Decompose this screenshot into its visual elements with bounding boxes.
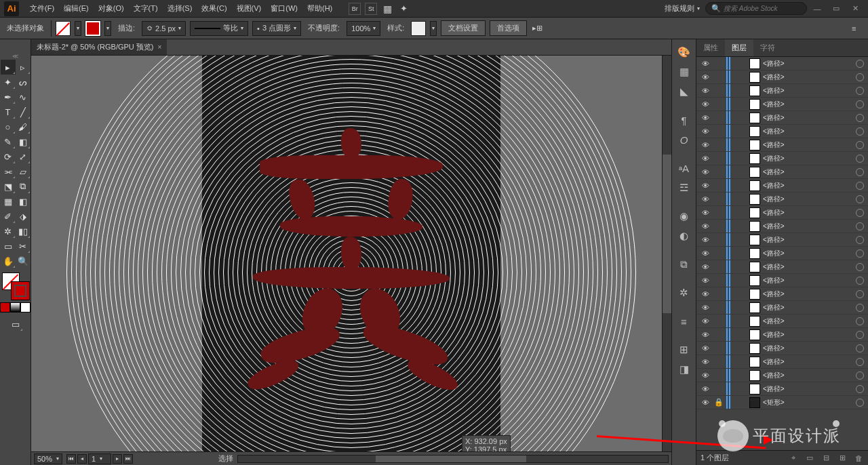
layer-row[interactable]: 👁<路径> bbox=[696, 328, 868, 342]
layer-name[interactable]: <路径> bbox=[763, 276, 853, 285]
layer-row[interactable]: 👁<路径> bbox=[696, 301, 868, 315]
target-icon[interactable] bbox=[856, 290, 864, 298]
align-panel-icon[interactable]: ☲ bbox=[675, 179, 693, 197]
window-max-icon[interactable]: ▭ bbox=[829, 4, 843, 14]
hand-tool[interactable]: ✋ bbox=[1, 254, 16, 268]
visibility-toggle[interactable]: 👁 bbox=[696, 249, 714, 258]
layer-row[interactable]: 👁<路径> bbox=[696, 111, 868, 125]
target-icon[interactable] bbox=[856, 155, 864, 163]
target-icon[interactable] bbox=[856, 317, 864, 325]
visibility-toggle[interactable]: 👁 bbox=[696, 155, 714, 163]
layer-row[interactable]: 👁<路径> bbox=[696, 152, 868, 165]
gpu-icon[interactable]: ✦ bbox=[397, 3, 410, 15]
visibility-toggle[interactable]: 👁 bbox=[696, 331, 714, 339]
pen-tool[interactable]: ✒ bbox=[1, 89, 16, 104]
target-icon[interactable] bbox=[856, 141, 864, 149]
visibility-toggle[interactable]: 👁 bbox=[696, 87, 714, 95]
document-tab[interactable]: 未标题-2* @ 50% (RGB/GPU 预览)× bbox=[31, 39, 167, 55]
layer-row[interactable]: 👁<路径> bbox=[696, 193, 868, 206]
target-icon[interactable] bbox=[856, 100, 864, 108]
ellipse-tool[interactable]: ○ bbox=[1, 119, 16, 134]
layer-name[interactable]: <路径> bbox=[763, 303, 853, 312]
appearance-panel-icon[interactable]: ◉ bbox=[675, 207, 693, 225]
layer-name[interactable]: <路径> bbox=[763, 289, 853, 299]
target-icon[interactable] bbox=[856, 168, 864, 176]
stroke-weight-input[interactable]: ≎2.5 px▾ bbox=[142, 21, 186, 36]
free-transform-tool[interactable]: ▱ bbox=[16, 164, 31, 179]
visibility-toggle[interactable]: 👁 bbox=[696, 182, 714, 190]
workspace-switcher[interactable]: 排版规则▾ bbox=[660, 2, 704, 15]
layer-row[interactable]: 👁<路径> bbox=[696, 287, 868, 301]
gradient-tool[interactable]: ◧ bbox=[16, 194, 31, 209]
visibility-toggle[interactable]: 👁 bbox=[696, 371, 714, 380]
search-box[interactable]: 🔍 bbox=[705, 2, 807, 15]
layer-name[interactable]: <路径> bbox=[763, 317, 853, 326]
swatches-panel-icon[interactable]: ▦ bbox=[675, 63, 693, 81]
layer-row[interactable]: 👁<路径> bbox=[696, 382, 868, 396]
layer-row[interactable]: 👁<路径> bbox=[696, 125, 868, 138]
brush-tool[interactable]: 🖌 bbox=[16, 119, 31, 134]
fill-stroke-indicator[interactable] bbox=[2, 272, 29, 300]
selection-tool[interactable]: ▸ bbox=[1, 60, 16, 75]
menu-select[interactable]: 选择(S) bbox=[163, 1, 197, 16]
prev-page-icon[interactable]: ◂ bbox=[77, 454, 87, 464]
layer-name[interactable]: <路径> bbox=[763, 167, 853, 177]
locate-layer-icon[interactable]: ⌖ bbox=[788, 453, 799, 464]
fill-swatch[interactable] bbox=[56, 21, 71, 36]
visibility-toggle[interactable]: 👁 bbox=[696, 168, 714, 176]
shaper-tool[interactable]: ✎ bbox=[1, 134, 16, 149]
menu-object[interactable]: 对象(O) bbox=[94, 1, 128, 16]
menu-type[interactable]: 文字(T) bbox=[130, 1, 162, 16]
stroke-swatch[interactable] bbox=[85, 21, 100, 36]
perspective-tool[interactable]: ⧉ bbox=[16, 179, 31, 194]
layer-name[interactable]: <路径> bbox=[763, 371, 853, 380]
color-mode-none[interactable] bbox=[20, 302, 31, 312]
last-page-icon[interactable]: ⏭ bbox=[123, 454, 133, 464]
layer-name[interactable]: <路径> bbox=[763, 113, 853, 123]
transparency-panel-icon[interactable]: ◨ bbox=[675, 361, 693, 378]
symbol-spray-tool[interactable]: ✲ bbox=[1, 224, 16, 239]
prefs-button[interactable]: 首选项 bbox=[490, 20, 527, 36]
menu-help[interactable]: 帮助(H) bbox=[303, 1, 336, 16]
target-icon[interactable] bbox=[856, 331, 864, 339]
layer-name[interactable]: <路径> bbox=[763, 262, 853, 272]
character-panel-icon[interactable]: aA bbox=[675, 159, 693, 177]
visibility-toggle[interactable]: 👁 bbox=[696, 263, 714, 271]
layer-name[interactable]: <路径> bbox=[763, 344, 853, 353]
window-close-icon[interactable]: ✕ bbox=[848, 4, 862, 14]
visibility-toggle[interactable]: 👁 bbox=[696, 290, 714, 298]
layer-name[interactable]: <路径> bbox=[763, 235, 853, 245]
layer-name[interactable]: <路径> bbox=[763, 249, 853, 258]
layer-row[interactable]: 👁<路径> bbox=[696, 206, 868, 220]
paragraph-panel-icon[interactable]: ¶ bbox=[675, 111, 693, 129]
visibility-toggle[interactable]: 👁 bbox=[696, 399, 714, 407]
target-icon[interactable] bbox=[856, 60, 864, 68]
transform-panel-icon[interactable]: ⊞ bbox=[675, 341, 693, 359]
target-icon[interactable] bbox=[856, 249, 864, 258]
color-mode-gradient[interactable] bbox=[10, 302, 20, 312]
arrange-icon[interactable]: ▦ bbox=[381, 3, 393, 15]
stock-icon[interactable]: St bbox=[365, 3, 377, 15]
layer-name[interactable]: <矩形> bbox=[763, 398, 853, 407]
visibility-toggle[interactable]: 👁 bbox=[696, 209, 714, 217]
first-page-icon[interactable]: ⏮ bbox=[66, 454, 76, 464]
target-icon[interactable] bbox=[856, 304, 864, 312]
target-icon[interactable] bbox=[856, 263, 864, 271]
menu-effect[interactable]: 效果(C) bbox=[197, 1, 231, 16]
layer-name[interactable]: <路径> bbox=[763, 140, 853, 150]
layer-name[interactable]: <路径> bbox=[763, 73, 853, 82]
visibility-toggle[interactable]: 👁 bbox=[696, 385, 714, 393]
graph-tool[interactable]: ▮▯ bbox=[16, 224, 31, 239]
layer-row[interactable]: 👁<路径> bbox=[696, 70, 868, 84]
target-icon[interactable] bbox=[856, 209, 864, 217]
menu-window[interactable]: 窗口(W) bbox=[267, 1, 302, 16]
make-clip-icon[interactable]: ▭ bbox=[804, 453, 815, 464]
eyedropper-tool[interactable]: ✐ bbox=[1, 209, 16, 224]
layer-name[interactable]: <路径> bbox=[763, 86, 853, 96]
target-icon[interactable] bbox=[856, 127, 864, 136]
layer-name[interactable]: <路径> bbox=[763, 208, 853, 218]
shape-builder-tool[interactable]: ⬔ bbox=[1, 179, 16, 194]
artboard-pager[interactable]: ⏮ ◂ 1▾ ▸ ⏭ bbox=[66, 453, 133, 464]
menu-edit[interactable]: 编辑(E) bbox=[60, 1, 93, 16]
visibility-toggle[interactable]: 👁 bbox=[696, 317, 714, 325]
